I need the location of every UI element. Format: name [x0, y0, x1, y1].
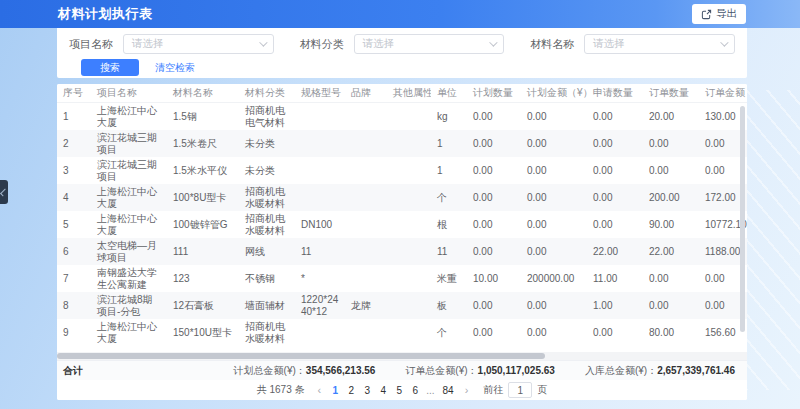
table-cell: 0.00: [587, 184, 643, 211]
goto-page-input[interactable]: [508, 382, 532, 398]
page-suffix-label: 页: [537, 383, 547, 397]
table-row[interactable]: 6太空电梯—月球项目111网线11110.000.0022.0022.00118…: [57, 238, 747, 265]
page-number-84[interactable]: 84: [441, 385, 456, 396]
table-cell: 0.00: [587, 157, 643, 184]
table-cell: 0.00: [467, 157, 521, 184]
table-cell: 8: [57, 292, 91, 319]
table-cell: 11: [295, 238, 345, 265]
column-header: 规格型号: [295, 84, 345, 103]
page-number-5[interactable]: 5: [394, 385, 404, 396]
order-total-value: 1,050,117,025.63: [478, 365, 555, 376]
table-cell: [295, 319, 345, 346]
table-cell: 1.5米水平仪: [167, 157, 239, 184]
table-row[interactable]: 3滨江花城三期项目1.5米水平仪未分类10.000.000.000.000.00: [57, 157, 747, 184]
inbound-total-amount: 入库总金额(¥)： 2,657,339,761.46: [585, 364, 735, 378]
table-cell: [345, 157, 387, 184]
project-name-select[interactable]: 请选择: [123, 34, 274, 54]
material-name-label: 材料名称: [530, 37, 574, 52]
order-total-amount: 订单总金额(¥)： 1,050,117,025.63: [405, 364, 555, 378]
column-header: 材料分类: [239, 84, 295, 103]
table-cell: kg: [431, 103, 467, 131]
table-cell: 1: [57, 103, 91, 131]
table-cell: [387, 103, 431, 131]
plan-total-label: 计划总金额(¥)：: [234, 364, 306, 378]
table-cell: 龙牌: [345, 292, 387, 319]
page-number-4[interactable]: 4: [378, 385, 388, 396]
vertical-scrollbar[interactable]: [740, 106, 745, 332]
page-number-3[interactable]: 3: [362, 385, 372, 396]
table-cell: 上海松江中心大厦: [91, 184, 167, 211]
table-cell: 0.00: [521, 103, 587, 131]
table-cell: 1220*2440*12: [295, 292, 345, 319]
export-button[interactable]: 导出: [692, 4, 746, 24]
table-cell: [295, 157, 345, 184]
column-header: 材料名称: [167, 84, 239, 103]
table-cell: 11.00: [587, 265, 643, 292]
prev-page-button[interactable]: ‹: [316, 384, 324, 396]
table-cell: 1.5米卷尺: [167, 130, 239, 157]
sidebar-collapse-handle[interactable]: [0, 180, 8, 204]
table-row[interactable]: 2滨江花城三期项目1.5米卷尺未分类10.000.000.000.000.00: [57, 130, 747, 157]
material-category-select[interactable]: 请选择: [354, 34, 505, 54]
table-row[interactable]: 5上海松江中心大厦100镀锌管G招商机电 水暖材料DN100根0.000.000…: [57, 211, 747, 238]
table-cell: 20.00: [643, 103, 699, 131]
material-name-select[interactable]: 请选择: [584, 34, 735, 54]
table-cell: [345, 184, 387, 211]
table-cell: 南钢盛达大学生公寓新建: [91, 265, 167, 292]
background-decoration: [746, 90, 800, 390]
export-icon: [701, 9, 712, 20]
goto-label: 前往: [483, 383, 503, 397]
filter-group-material: 材料名称 请选择: [530, 34, 735, 54]
table-cell: [387, 211, 431, 238]
table-cell: 3: [57, 157, 91, 184]
clear-search-link[interactable]: 清空检索: [155, 61, 195, 75]
page-title: 材料计划执行表: [58, 5, 153, 23]
column-header: 项目名称: [91, 84, 167, 103]
table-cell: 5: [57, 211, 91, 238]
app-header: 材料计划执行表 导出: [0, 0, 800, 28]
total-label: 合计: [63, 364, 83, 378]
table-header-row: 序号项目名称材料名称材料分类规格型号品牌其他属性单位计划数量计划金额（¥）申请数…: [57, 84, 747, 103]
table-cell: 7: [57, 265, 91, 292]
column-header: 品牌: [345, 84, 387, 103]
table-row[interactable]: 8滨江花城8期项目-分包12石膏板墙面辅材1220*2440*12龙牌板0.00…: [57, 292, 747, 319]
inbound-total-label: 入库总金额(¥)：: [585, 364, 657, 378]
table-cell: [387, 157, 431, 184]
table-cell: 2: [57, 130, 91, 157]
search-button[interactable]: 搜索: [81, 59, 139, 76]
project-name-label: 项目名称: [69, 37, 113, 52]
chevron-down-icon: [490, 38, 498, 46]
table-cell: [295, 103, 345, 131]
table-cell: 0.00: [467, 184, 521, 211]
table-row[interactable]: 4上海松江中心大厦100*8U型卡招商机电 水暖材料个0.000.000.002…: [57, 184, 747, 211]
table-cell: 0.00: [467, 103, 521, 131]
table-cell: 0.00: [587, 130, 643, 157]
table-cell: 0.00: [467, 130, 521, 157]
table-cell: 0.00: [521, 319, 587, 346]
table-cell: [387, 184, 431, 211]
inbound-total-value: 2,657,339,761.46: [657, 365, 735, 376]
column-header: 申请数量: [587, 84, 643, 103]
table-row[interactable]: 9上海松江中心大厦150*10U型卡招商机电 水暖材料个0.000.000.00…: [57, 319, 747, 346]
table-cell: 滨江花城8期项目-分包: [91, 292, 167, 319]
next-page-button[interactable]: ›: [463, 384, 471, 396]
table-cell: 0.00: [587, 211, 643, 238]
page-number-1[interactable]: 1: [330, 385, 340, 396]
table-cell: 上海松江中心大厦: [91, 319, 167, 346]
table-cell: [345, 319, 387, 346]
table-row[interactable]: 1上海松江中心大厦1.5钢招商机电 电气材料kg0.000.000.0020.0…: [57, 103, 747, 131]
table-cell: 80.00: [643, 319, 699, 346]
page-number-2[interactable]: 2: [346, 385, 356, 396]
table-cell: 150*10U型卡: [167, 319, 239, 346]
table-cell: 22.00: [643, 238, 699, 265]
table-cell: 4: [57, 184, 91, 211]
table-cell: [387, 265, 431, 292]
table-row[interactable]: 7南钢盛达大学生公寓新建123不锈钢*米重10.00200000.0011.00…: [57, 265, 747, 292]
page-number-6[interactable]: 6: [410, 385, 420, 396]
table-cell: [345, 238, 387, 265]
filter-group-category: 材料分类 请选择: [300, 34, 505, 54]
column-header: 计划数量: [467, 84, 521, 103]
table-cell: 个: [431, 319, 467, 346]
horizontal-scrollbar[interactable]: [57, 353, 545, 359]
total-count: 共 1673 条: [257, 383, 305, 397]
